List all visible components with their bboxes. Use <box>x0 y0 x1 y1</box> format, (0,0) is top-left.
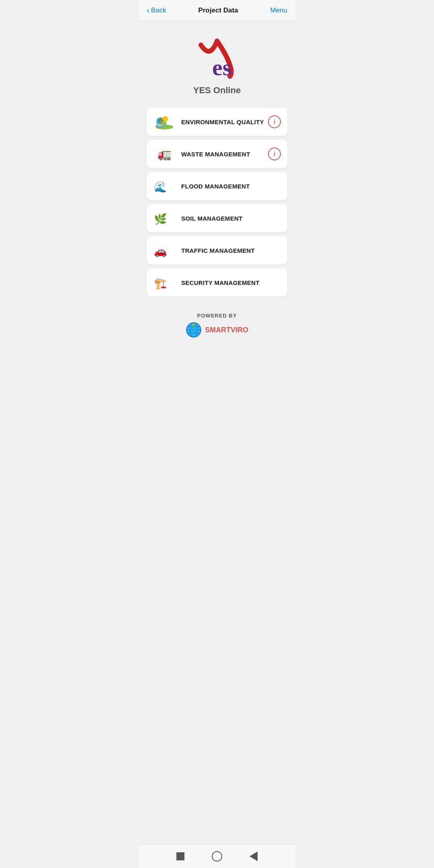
traffic-management-label: TRAFFIC MANAGEMENT <box>181 247 281 254</box>
app-subtitle: YES Online <box>193 85 241 96</box>
menu-item-traffic-management[interactable]: 🚗 TRAFFIC MANAGEMENT <box>147 236 287 264</box>
chevron-left-icon: ‹ <box>147 6 149 15</box>
waste-management-icon: 🚛 <box>153 145 176 162</box>
svg-text:🌿: 🌿 <box>154 213 167 225</box>
svg-point-15 <box>192 323 195 326</box>
page-title: Project Data <box>198 6 238 14</box>
menu-item-waste-management[interactable]: 🚛 WASTE MANAGEMENT i <box>147 140 287 168</box>
soil-management-icon: 🌿 <box>153 210 176 227</box>
svg-text:🚗: 🚗 <box>154 245 167 258</box>
menu-item-security-management[interactable]: 🏗️ SECURITY MANAGEMENT <box>147 268 287 297</box>
menu-item-soil-management[interactable]: 🌿 SOIL MANAGEMENT <box>147 204 287 232</box>
traffic-management-icon: 🚗 <box>153 242 176 259</box>
svg-text:🏝️: 🏝️ <box>155 117 166 128</box>
environmental-quality-label: ENVIRONMENTAL QUALITY <box>181 119 268 125</box>
menu-list: 🏝️ ENVIRONMENTAL QUALITY i 🚛 WASTE MANAG… <box>139 104 295 301</box>
soil-management-label: SOIL MANAGEMENT <box>181 215 281 222</box>
security-management-label: SECURITY MANAGEMENT <box>181 279 281 286</box>
navigation-bar: ‹ Back Project Data Menu <box>139 0 295 21</box>
flood-management-label: FLOOD MANAGEMENT <box>181 183 281 190</box>
smartviro-logo: SMARTVIRO <box>186 322 248 338</box>
brand-name: SMARTVIRO <box>205 326 248 334</box>
environmental-quality-info-button[interactable]: i <box>268 115 281 128</box>
menu-button[interactable]: Menu <box>270 6 287 14</box>
svg-text:es: es <box>212 54 231 80</box>
footer: POWERED BY SMARTVIRO <box>139 301 295 346</box>
menu-item-flood-management[interactable]: 🌊 FLOOD MANAGEMENT <box>147 172 287 200</box>
svg-text:🌊: 🌊 <box>154 180 167 193</box>
flood-management-icon: 🌊 <box>153 178 176 194</box>
app-logo: es <box>185 33 249 81</box>
waste-management-label: WASTE MANAGEMENT <box>181 151 268 158</box>
waste-management-info-button[interactable]: i <box>268 147 281 160</box>
logo-area: es YES Online <box>139 21 295 104</box>
main-content: es YES Online 🏝️ ENVIRONMENTAL QUALITY i <box>139 21 295 378</box>
back-label: Back <box>151 6 166 14</box>
environmental-quality-icon: 🏝️ <box>153 113 176 130</box>
security-management-icon: 🏗️ <box>153 274 176 291</box>
svg-text:🏗️: 🏗️ <box>154 277 167 290</box>
menu-item-environmental-quality[interactable]: 🏝️ ENVIRONMENTAL QUALITY i <box>147 108 287 136</box>
back-button[interactable]: ‹ Back <box>147 6 166 15</box>
powered-by-label: POWERED BY <box>197 313 237 319</box>
